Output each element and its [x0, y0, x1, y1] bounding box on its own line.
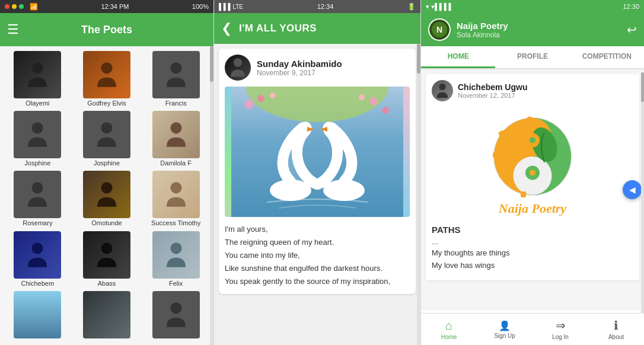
- nav-signup[interactable]: 👤 Sign Up: [477, 314, 533, 345]
- poet-avatar: [152, 111, 200, 158]
- app-name: Naija Poetry: [457, 21, 621, 31]
- paths-line-1: My thoughts are things: [432, 247, 633, 260]
- panel-poem: ▌▌▌ LTE 12:34 🔋 ❮ I'M ALL YOURS Sunday A…: [213, 0, 421, 345]
- nav-home-label: Home: [441, 334, 457, 340]
- naija-content: Chichebem Ugwu November 12, 2017: [421, 69, 644, 310]
- silhouette-icon: [164, 60, 188, 89]
- poet-item[interactable]: [5, 291, 71, 340]
- back-button[interactable]: ❮: [221, 21, 232, 36]
- silhouette-icon: [25, 60, 49, 89]
- svg-text:N: N: [436, 25, 442, 34]
- poem-content-area: Sunday Akinbamido November 9, 2017: [214, 44, 420, 345]
- poet-item[interactable]: Francis: [143, 51, 209, 107]
- poem-image: [225, 87, 410, 217]
- bottom-nav: ⌂ Home 👤 Sign Up ⇒ Log In ℹ About: [421, 313, 644, 345]
- poet-name: Rosemary: [23, 219, 52, 226]
- svg-rect-31: [527, 117, 533, 123]
- tab-competition[interactable]: COMPETITION: [570, 46, 644, 68]
- paths-dots: ...: [432, 237, 633, 246]
- silhouette-icon: [25, 120, 49, 149]
- poet-item[interactable]: Josphine: [74, 111, 140, 167]
- poem-line: You came into my life,: [225, 249, 410, 262]
- silhouette-icon: [25, 180, 49, 209]
- svg-point-6: [32, 183, 43, 194]
- poet-avatar: [14, 291, 61, 338]
- svg-point-12: [170, 302, 181, 314]
- poet-avatar: [83, 171, 130, 218]
- poets-title: The Poets: [81, 24, 132, 36]
- poet-item[interactable]: [74, 291, 140, 340]
- silhouette-icon: [95, 120, 119, 149]
- about-icon: ℹ: [614, 318, 619, 333]
- scroll-indicator-button[interactable]: ◀: [623, 180, 642, 199]
- svg-point-39: [530, 138, 535, 143]
- naija-text-logo: Naija Poetry: [499, 201, 566, 216]
- app-logo-avatar: N: [428, 18, 451, 41]
- time-display-2: 12:34: [317, 3, 334, 10]
- dot-red: [5, 4, 9, 9]
- tab-home[interactable]: HOME: [421, 46, 495, 68]
- swans-svg: [225, 87, 410, 217]
- poet-item[interactable]: Omotunde: [74, 171, 140, 227]
- scrollbar-thumb-3[interactable]: [641, 72, 644, 102]
- svg-point-5: [170, 122, 181, 133]
- scrollbar-3: [641, 72, 644, 313]
- poem-line: You speak gently to the source of my ins…: [225, 275, 410, 288]
- naija-header-text: Naija Poetry Sola Akinnola: [457, 21, 621, 39]
- logout-button[interactable]: ↩: [627, 23, 637, 37]
- nav-about[interactable]: ℹ About: [588, 314, 644, 345]
- naija-logo-graphic: [488, 112, 577, 201]
- poet-item[interactable]: Chichebem: [5, 231, 71, 288]
- naija-author-row: Chichebem Ugwu November 12, 2017: [432, 80, 633, 101]
- svg-point-7: [101, 183, 112, 194]
- naija-post-card: Chichebem Ugwu November 12, 2017: [426, 74, 639, 280]
- scrollbar-thumb-2[interactable]: [417, 44, 420, 74]
- silhouette-icon: [164, 120, 188, 149]
- silhouette-icon: [95, 60, 119, 89]
- poet-avatar: [83, 291, 130, 338]
- nav-home[interactable]: ⌂ Home: [421, 314, 477, 345]
- scrollbar-2: [417, 44, 420, 345]
- poet-item[interactable]: Josphine: [5, 111, 71, 167]
- poet-item[interactable]: Olayemi: [5, 51, 71, 107]
- battery-icon-2: 🔋: [407, 3, 416, 11]
- poet-item[interactable]: Godfrey Elvis: [74, 51, 140, 107]
- svg-point-1: [101, 62, 112, 74]
- user-name: Sola Akinnola: [457, 31, 621, 39]
- poem-author-avatar: [225, 55, 251, 81]
- poet-item[interactable]: [143, 291, 209, 340]
- svg-point-4: [101, 122, 112, 133]
- menu-button[interactable]: ☰: [7, 22, 19, 37]
- naija-avatar-svg: N: [429, 20, 449, 40]
- svg-point-21: [359, 94, 365, 100]
- naija-header: N Naija Poetry Sola Akinnola ↩: [421, 13, 644, 46]
- status-bar-2: ▌▌▌ LTE 12:34 🔋: [214, 0, 420, 13]
- naija-logo-area: Naija Poetry: [432, 106, 633, 222]
- svg-point-3: [32, 122, 43, 133]
- tab-profile[interactable]: PROFILE: [495, 46, 569, 68]
- poem-title: I'M ALL YOURS: [239, 23, 317, 34]
- poet-item[interactable]: Felix: [143, 231, 209, 288]
- panel-naija: ▾ ▾ ▌▌▌▌ 12:30 N Naija Poetry Sola Akinn…: [421, 0, 644, 345]
- status-bar-1: 📶 12:34 PM 100%: [0, 0, 213, 13]
- poet-avatar: [152, 171, 200, 218]
- poet-avatar: [83, 51, 130, 98]
- network-type-2: LTE: [232, 4, 243, 10]
- poet-item[interactable]: Success Timothy: [143, 171, 209, 227]
- poem-author-row: Sunday Akinbamido November 9, 2017: [225, 55, 410, 81]
- poet-avatar: [83, 111, 130, 158]
- svg-point-40: [530, 170, 535, 176]
- network-bars-3: ▌▌▌▌: [435, 3, 453, 10]
- poet-item[interactable]: Rosemary: [5, 171, 71, 227]
- time-display-3: 12:30: [623, 3, 639, 10]
- nav-login-label: Log In: [552, 334, 569, 340]
- poet-name: Felix: [169, 280, 183, 287]
- naija-post-date: November 12, 2017: [458, 92, 527, 99]
- nav-login[interactable]: ⇒ Log In: [533, 314, 588, 345]
- poet-avatar: [14, 171, 61, 218]
- dot-green: [19, 4, 24, 9]
- poet-name: Godfrey Elvis: [87, 100, 126, 107]
- poet-item[interactable]: Abass: [74, 231, 140, 288]
- poem-line: The reigning queen of my heart.: [225, 236, 410, 249]
- poet-item[interactable]: Damilola F: [143, 111, 209, 167]
